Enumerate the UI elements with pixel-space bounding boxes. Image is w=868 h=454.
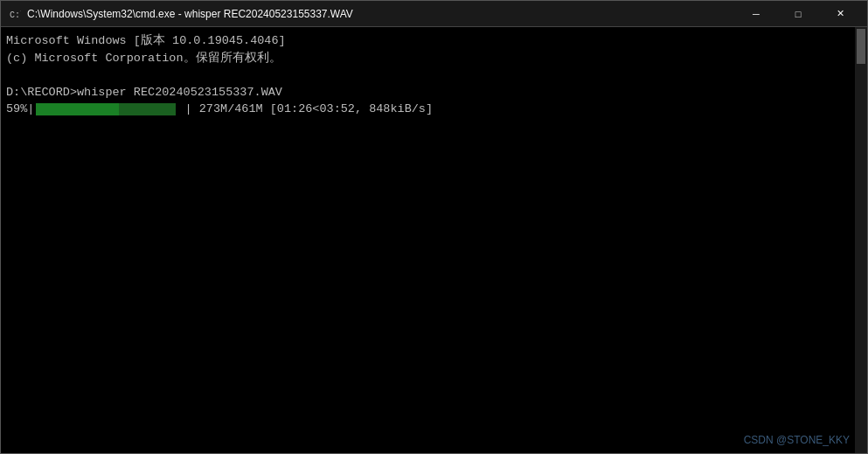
progress-bar-fill <box>36 103 118 115</box>
progress-line: 59%| | 273M/461M [01:26<03:52, 848kiB/s] <box>6 101 864 118</box>
titlebar: C:\ C:\Windows\System32\cmd.exe - whispe… <box>1 1 867 27</box>
terminal-body[interactable]: Microsoft Windows [版本 10.0.19045.4046] (… <box>1 27 867 453</box>
scrollbar-thumb[interactable] <box>857 29 865 64</box>
close-button[interactable]: ✕ <box>820 1 860 27</box>
maximize-button[interactable]: □ <box>778 1 818 27</box>
terminal-line-4: D:\RECORD>whisper REC20240523155337.WAV <box>6 84 864 101</box>
titlebar-left: C:\ C:\Windows\System32\cmd.exe - whispe… <box>8 7 353 21</box>
scrollbar[interactable] <box>855 27 867 453</box>
terminal-line-3 <box>6 66 864 84</box>
cmd-window: C:\ C:\Windows\System32\cmd.exe - whispe… <box>0 0 868 454</box>
titlebar-title: C:\Windows\System32\cmd.exe - whisper RE… <box>27 8 353 20</box>
terminal-line-2: (c) Microsoft Corporation。保留所有权利。 <box>6 50 864 67</box>
svg-text:C:\: C:\ <box>10 10 21 20</box>
terminal-line-1: Microsoft Windows [版本 10.0.19045.4046] <box>6 32 864 50</box>
progress-percent: 59% <box>6 101 27 118</box>
titlebar-controls: ─ □ ✕ <box>736 1 860 27</box>
minimize-button[interactable]: ─ <box>736 1 776 27</box>
progress-bar-container <box>36 103 176 115</box>
progress-suffix: | 273M/461M [01:26<03:52, 848kiB/s] <box>177 101 433 118</box>
cmd-icon: C:\ <box>8 7 22 21</box>
watermark: CSDN @STONE_KKY <box>744 434 850 446</box>
